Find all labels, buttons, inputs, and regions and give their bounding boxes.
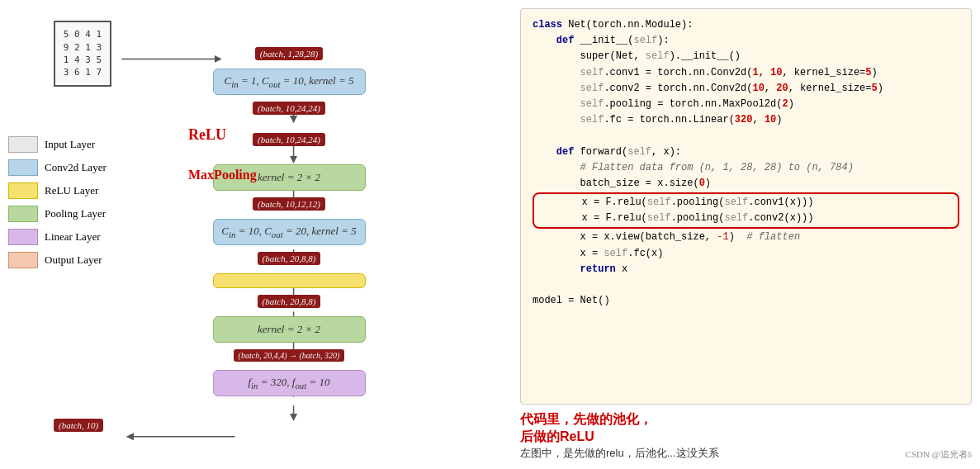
legend-label-input: Input Layer (45, 138, 95, 151)
batch-label-2: (batch, 10,24,24) (253, 102, 325, 115)
batch-label-5: (batch, 20,8,8) (258, 252, 321, 265)
legend-color-relu (8, 182, 38, 199)
code-line-15: x = self.fc(x) (533, 246, 959, 262)
legend-item-relu: ReLU Layer (8, 182, 107, 199)
code-line-7: self.fc = torch.nn.Linear(320, 10) (533, 112, 959, 128)
legend-label-relu: ReLU Layer (45, 184, 98, 197)
batch-label-6: (batch, 20,8,8) (258, 295, 321, 308)
csdn-label: CSDN @追光者δ (906, 448, 972, 461)
relu-label: ReLU (188, 126, 226, 144)
note-line2: 后做的ReLU (520, 429, 719, 446)
legend-label-output: Output Layer (45, 253, 102, 267)
code-line-16: return x (533, 262, 959, 277)
code-line-17 (533, 277, 959, 293)
legend-color-output (8, 252, 38, 268)
code-line-12: x = F.relu(self.pooling(self.conv1(x))) (534, 195, 958, 211)
code-line-11: batch_size = x.size(0) (533, 176, 959, 192)
legend-item-linear: Linear Layer (8, 229, 107, 245)
code-line-10: # Flatten data from (n, 1, 28, 28) to (n… (533, 160, 959, 176)
code-line-18: model = Net() (533, 293, 959, 309)
code-line-5: self.conv2 = torch.nn.Conv2d(10, 20, ker… (533, 81, 959, 97)
legend-label-pooling: Pooling Layer (45, 207, 106, 220)
right-panel: class Net(torch.nn.Module): def __init__… (520, 8, 972, 461)
legend-item-conv: Conv2d Layer (8, 159, 107, 176)
batch-label-4: (batch, 10,12,12) (253, 197, 325, 211)
note-text: 代码里，先做的池化， 后做的ReLU 左图中，是先做的relu，后池化...这没… (520, 411, 719, 461)
linear-layer: fin = 320, fout = 10 (213, 370, 366, 396)
maxpooling-label: MaxPooling (188, 168, 257, 182)
relu-pool-bracket: x = F.relu(self.pooling(self.conv1(x))) … (533, 192, 959, 229)
legend-label-linear: Linear Layer (45, 230, 100, 244)
note-line3: 左图中，是先做的relu，后池化...这没关系 (520, 446, 719, 461)
legend-color-conv (8, 159, 38, 176)
code-box: class Net(torch.nn.Module): def __init__… (520, 8, 972, 405)
code-line-2: def __init__(self): (533, 33, 959, 49)
output-batch-label: (batch, 10) (54, 419, 103, 432)
code-line-1: class Net(torch.nn.Module): (533, 17, 959, 33)
legend-label-conv: Conv2d Layer (45, 161, 107, 174)
batch-label-3: (batch, 10,24,24) (253, 133, 325, 146)
code-line-8 (533, 128, 959, 144)
legend-item-pooling: Pooling Layer (8, 206, 107, 222)
code-line-6: self.pooling = torch.nn.MaxPool2d(2) (533, 97, 959, 112)
legend-item-output: Output Layer (8, 252, 107, 268)
network-diagram: (batch, 1,28,28) Cin = 1, Cout = 10, ker… (206, 12, 372, 396)
legend-color-pooling (8, 206, 38, 222)
relu2-layer (213, 273, 366, 288)
conv2-layer: Cin = 10, Cout = 20, kernel = 5 (213, 219, 366, 245)
legend-color-input (8, 136, 38, 153)
batch-label-final: (batch, 20,4,4) → (batch, 320) (234, 349, 345, 362)
code-line-9: def forward(self, x): (533, 144, 959, 160)
legend-color-linear (8, 229, 38, 245)
code-line-3: super(Net, self).__init__() (533, 49, 959, 64)
pool2-layer: kernel = 2 × 2 (213, 316, 366, 343)
note-area: 代码里，先做的池化， 后做的ReLU 左图中，是先做的relu，后池化...这没… (520, 411, 972, 461)
input-image: 5 0 4 1 9 2 1 3 1 4 3 5 3 6 1 7 (54, 21, 111, 87)
code-line-14: x = x.view(batch_size, -1) # flatten (533, 230, 959, 245)
input-image-content: 5 0 4 1 9 2 1 3 1 4 3 5 3 6 1 7 (64, 28, 102, 79)
note-line1: 代码里，先做的池化， (520, 411, 719, 429)
conv1-layer: Cin = 1, Cout = 10, kernel = 5 (213, 69, 366, 95)
legend: Input Layer Conv2d Layer ReLU Layer Pool… (8, 136, 107, 268)
code-line-13: x = F.relu(self.pooling(self.conv2(x))) (534, 211, 958, 226)
code-line-4: self.conv1 = torch.nn.Conv2d(1, 10, kern… (533, 65, 959, 81)
legend-item-input: Input Layer (8, 136, 107, 153)
batch-label-1: (batch, 1,28,28) (255, 47, 323, 60)
